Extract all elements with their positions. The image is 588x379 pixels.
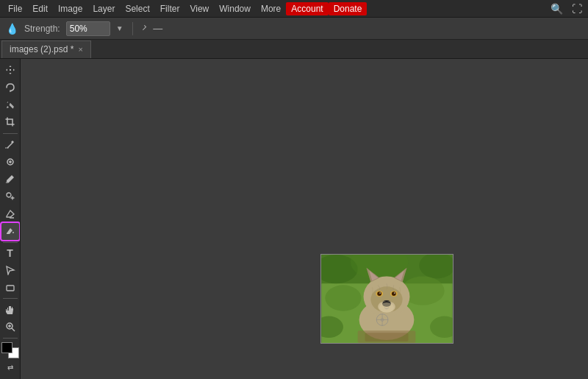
foreground-color-swatch [1, 342, 12, 353]
tool-text[interactable]: T [1, 244, 19, 261]
menu-item-donate[interactable]: Donate [329, 2, 368, 15]
strength-arrow: ▼ [116, 24, 123, 32]
menu-item-select[interactable]: Select [120, 2, 154, 15]
canvas-area[interactable] [21, 59, 588, 379]
menu-item-edit[interactable]: Edit [27, 2, 53, 15]
tool-move[interactable] [1, 62, 19, 79]
tool-fill[interactable] [1, 223, 19, 240]
tool-zoom[interactable] [1, 319, 19, 336]
tool-path[interactable] [1, 262, 19, 279]
svg-point-31 [394, 292, 395, 294]
svg-point-16 [325, 285, 361, 311]
fullscreen-icon-btn[interactable]: ⛶ [569, 1, 585, 16]
tool-lasso[interactable] [1, 79, 19, 96]
svg-line-6 [12, 328, 15, 331]
svg-rect-41 [365, 333, 409, 341]
menu-item-more[interactable]: More [256, 2, 286, 15]
main-area: T ⇄ [0, 59, 588, 379]
svg-point-28 [377, 291, 381, 296]
brush-icon: ⌐ [138, 23, 150, 35]
tab-close-button[interactable]: × [78, 45, 82, 54]
tool-colors[interactable] [1, 342, 19, 359]
tool-shape[interactable] [1, 280, 19, 297]
brush-size-icon: — [153, 23, 162, 34]
wolf-photo-svg [321, 255, 453, 343]
strength-label: Strength: [24, 24, 60, 34]
wolf-image[interactable] [320, 254, 453, 344]
tool-hand[interactable] [1, 301, 19, 318]
tool-clone[interactable] [1, 188, 19, 205]
tool-crop[interactable] [1, 114, 19, 131]
strength-input[interactable] [66, 21, 110, 36]
search-icon-btn[interactable]: 🔍 [548, 1, 566, 16]
menu-item-file[interactable]: File [3, 2, 27, 15]
svg-point-30 [379, 292, 381, 294]
toolbar-separator-1 [3, 133, 18, 134]
tab-label: images (2).psd * [10, 44, 74, 54]
menu-item-filter[interactable]: Filter [155, 2, 185, 15]
tab-bar: images (2).psd * × [0, 40, 588, 59]
toolbar-separator-3 [3, 298, 18, 299]
tool-swap-colors[interactable]: ⇄ [1, 359, 19, 376]
menu-item-image[interactable]: Image [53, 2, 87, 15]
tool-magic-wand[interactable] [1, 96, 19, 113]
svg-rect-4 [7, 286, 14, 291]
menu-right: 🔍 ⛶ [548, 1, 585, 16]
tool-heal[interactable] [1, 153, 19, 170]
tool-brush[interactable] [1, 171, 19, 188]
menu-item-view[interactable]: View [184, 2, 214, 15]
toolbar-separator-4 [3, 338, 18, 339]
toolbar: T ⇄ [0, 59, 21, 379]
svg-point-35 [379, 302, 394, 313]
menu-item-account[interactable]: Account [286, 2, 328, 15]
tool-eyedropper[interactable] [1, 136, 19, 153]
menu-bar: File Edit Image Layer Select Filter View… [0, 0, 588, 18]
document-tab[interactable]: images (2).psd * × [1, 40, 91, 58]
menu-item-layer[interactable]: Layer [87, 2, 120, 15]
svg-point-29 [392, 291, 396, 296]
toolbar-separator-2 [3, 242, 18, 243]
svg-point-2 [7, 193, 11, 197]
options-bar: 💧 Strength: ▼ ⌐ — [0, 18, 588, 40]
tool-eraser[interactable] [1, 205, 19, 222]
menu-item-window[interactable]: Window [214, 2, 256, 15]
options-divider-1 [132, 22, 133, 35]
tool-icon: 💧 [6, 23, 18, 35]
